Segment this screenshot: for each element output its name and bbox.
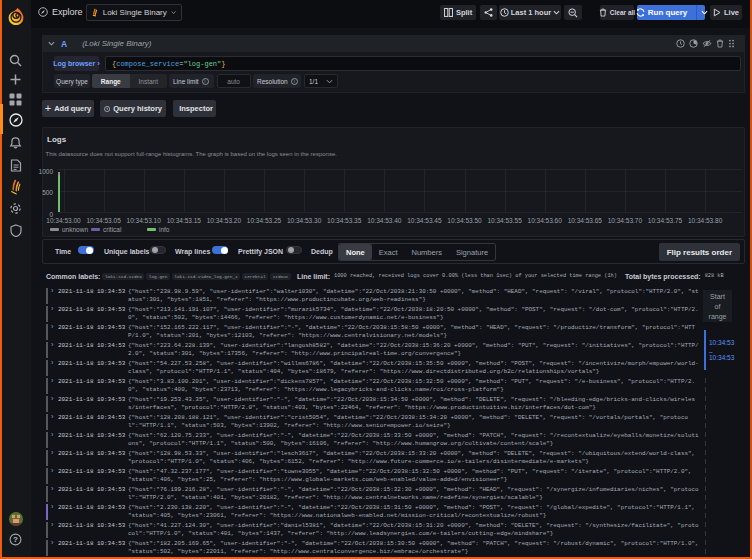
svg-text:?: ? xyxy=(13,535,18,544)
